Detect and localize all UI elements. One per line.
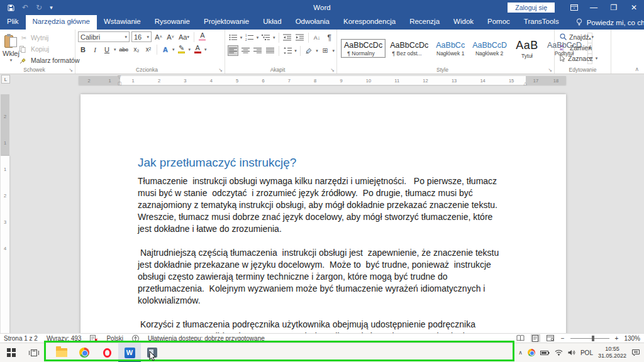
font-name-combo[interactable]: Calibri▾	[78, 31, 130, 42]
underline-button[interactable]: U	[102, 44, 112, 55]
paste-button[interactable]: Wklej ▾	[3, 31, 19, 65]
horizontal-ruler[interactable]: 21 123456789101112131415 1718 ▽ ▢ △	[79, 76, 566, 85]
taskbar-opera-button[interactable]	[96, 343, 118, 362]
style-card[interactable]: AaBbCcDc ¶ Normalny	[341, 39, 386, 58]
collapse-ribbon-icon[interactable]: ∧	[635, 66, 639, 72]
zoom-slider[interactable]	[570, 338, 609, 339]
align-center-button[interactable]	[240, 45, 251, 56]
strikethrough-button[interactable]: abc	[118, 44, 130, 55]
show-marks-button[interactable]: ¶	[324, 32, 335, 43]
language-indicator[interactable]: Polski	[106, 335, 123, 342]
ribbon-tab[interactable]: Układ	[256, 15, 288, 30]
ribbon-tab[interactable]: Wstawianie	[97, 15, 148, 30]
zoom-out-icon[interactable]: −	[561, 335, 565, 342]
zoom-in-icon[interactable]: +	[615, 335, 619, 342]
style-card[interactable]: AaBbCcD Nagłówek 2	[469, 39, 510, 58]
align-right-button[interactable]	[253, 45, 264, 56]
ribbon-tab[interactable]: Odwołania	[289, 15, 336, 30]
web-layout-icon[interactable]	[546, 334, 555, 342]
subscript-button[interactable]: x₂	[131, 44, 142, 55]
text-effects-button[interactable]: A	[160, 44, 170, 55]
bullets-button[interactable]	[228, 32, 238, 43]
read-mode-icon[interactable]	[516, 334, 525, 342]
style-card[interactable]: AaBbCc Nagłówek 1	[433, 39, 468, 58]
ribbon-tab[interactable]: Narzędzia główne	[26, 15, 97, 30]
maximize-icon[interactable]: ❐	[604, 0, 624, 15]
superscript-button[interactable]: x²	[143, 44, 153, 55]
action-center-icon[interactable]	[631, 349, 640, 356]
clear-formatting-button[interactable]: A	[197, 31, 208, 42]
taskbar-explorer-button[interactable]	[50, 343, 73, 362]
underline-dropdown-icon[interactable]: ▾	[114, 47, 116, 52]
taskbar-clock[interactable]: 10:5531.05.2022	[598, 346, 626, 359]
sort-button[interactable]: A↓	[312, 32, 323, 43]
justify-button[interactable]	[265, 45, 275, 56]
ribbon-tab[interactable]: Rysowanie	[148, 15, 197, 30]
ribbon-tab[interactable]: TransTools	[517, 15, 566, 30]
highlight-dropdown-icon[interactable]: ▾	[189, 47, 191, 52]
volume-icon[interactable]	[568, 349, 575, 356]
paste-dropdown-icon[interactable]: ▾	[10, 58, 13, 63]
zoom-level[interactable]: 130%	[624, 335, 640, 342]
styles-dialog-launcher-icon[interactable]: ↘	[548, 67, 552, 73]
align-left-button[interactable]	[228, 45, 238, 56]
clipboard-dialog-launcher-icon[interactable]: ↘	[69, 67, 73, 73]
first-line-indent-marker[interactable]: ▽	[118, 75, 121, 80]
taskbar-word-button[interactable]: W	[118, 343, 141, 362]
page-indicator[interactable]: Strona 1 z 2	[4, 335, 38, 342]
highlight-button[interactable]: ✎	[177, 44, 187, 55]
style-card[interactable]: AaBbCcDc ¶ Bez odst...	[387, 39, 431, 58]
select-button[interactable]: Zaznacz▾	[560, 53, 607, 63]
proofing-error-icon[interactable]	[90, 335, 97, 342]
ribbon-tab[interactable]: Pomoc	[480, 15, 517, 30]
font-size-combo[interactable]: 16▾	[131, 31, 152, 42]
borders-button[interactable]: ⊞	[320, 45, 331, 56]
font-color-dropdown-icon[interactable]: ▾	[204, 47, 207, 52]
multilevel-list-button[interactable]	[260, 32, 271, 43]
wifi-icon[interactable]	[555, 349, 563, 356]
hidden-icons-chevron[interactable]: ∧	[518, 349, 523, 356]
ribbon-tab[interactable]: Plik	[0, 15, 26, 30]
close-icon[interactable]: ✕	[624, 0, 644, 15]
ribbon-display-options-icon[interactable]	[565, 0, 584, 15]
input-language[interactable]: POL	[580, 349, 593, 356]
bold-button[interactable]: B	[78, 44, 88, 55]
task-view-button[interactable]	[23, 343, 45, 362]
ribbon-tab[interactable]: Projektowanie	[197, 15, 256, 30]
font-dialog-launcher-icon[interactable]: ↘	[218, 67, 223, 73]
font-color-button[interactable]: A	[192, 44, 203, 55]
document-page[interactable]: Jak przetłumaczyć instrukcję? Tłumaczeni…	[80, 94, 566, 333]
accessibility-status[interactable]: Ułatwienia dostępu: dobrze przygotowane	[148, 335, 265, 342]
vertical-ruler[interactable]: 21 1234	[0, 86, 11, 333]
ribbon-tab[interactable]: Korespondencja	[336, 15, 402, 30]
replace-button[interactable]: abac Zamień	[560, 43, 607, 52]
decrease-indent-button[interactable]	[282, 32, 292, 43]
grow-font-button[interactable]: A˄	[153, 31, 164, 42]
ribbon-tab[interactable]: Widok	[447, 15, 480, 30]
zoom-slider-thumb[interactable]	[592, 336, 594, 341]
sign-in-button[interactable]: Zaloguj się	[508, 3, 555, 13]
print-layout-icon[interactable]	[531, 334, 540, 342]
shading-button[interactable]	[304, 45, 314, 56]
battery-icon[interactable]	[540, 350, 550, 356]
numbering-button[interactable]: 12	[244, 32, 255, 43]
customize-quick-access-icon[interactable]: ▾	[50, 4, 53, 11]
ribbon-tab[interactable]: Recenzja	[402, 15, 447, 30]
start-button[interactable]	[0, 343, 23, 362]
taskbar-chrome-button[interactable]	[73, 343, 96, 362]
minimize-icon[interactable]: —	[584, 0, 604, 15]
text-effects-dropdown-icon[interactable]: ▾	[172, 47, 175, 52]
line-spacing-button[interactable]	[282, 45, 293, 56]
tell-me-box[interactable]: Powiedz mi, co chcesz zrobić	[576, 15, 644, 30]
left-indent-marker[interactable]: ▢	[118, 81, 122, 86]
increase-indent-button[interactable]	[294, 32, 305, 43]
italic-button[interactable]: I	[90, 44, 100, 55]
style-card[interactable]: AaB Tytuł	[511, 37, 543, 60]
tab-selector[interactable]: L	[1, 75, 10, 84]
taskbar-tool-button[interactable]	[141, 343, 164, 362]
paragraph-dialog-launcher-icon[interactable]: ↘	[330, 67, 335, 73]
chrome-tray-icon[interactable]	[528, 349, 535, 356]
right-indent-marker[interactable]: △	[524, 81, 527, 86]
change-case-button[interactable]: Aa▾	[177, 31, 191, 42]
word-count[interactable]: Wyrazy: 493	[47, 335, 81, 342]
